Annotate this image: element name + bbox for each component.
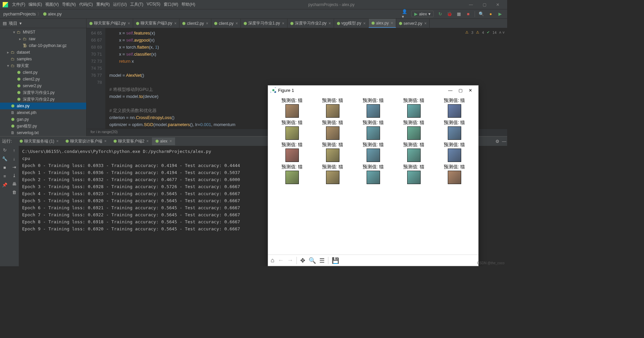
figure-maximize-button[interactable]: ▢ <box>459 88 463 93</box>
editor-tab[interactable]: ⬢聊天室客户端3.py× <box>133 19 180 28</box>
editor-tab[interactable]: ⬢server2.py× <box>396 19 430 28</box>
save-figure-icon[interactable]: 💾 <box>332 257 339 264</box>
tab-close-icon[interactable]: × <box>56 139 59 144</box>
tree-node[interactable]: 🗎alexnet.pth <box>0 109 86 116</box>
dropdown-arrow-icon: ▾ <box>428 11 431 16</box>
tab-close-icon[interactable]: × <box>235 21 238 26</box>
ide-updates-icon[interactable]: ● <box>488 11 494 17</box>
menu-item[interactable]: 运行(U) <box>113 2 127 7</box>
run-tab[interactable]: ⬢alex× <box>152 137 175 145</box>
close-button[interactable]: ✕ <box>491 2 504 7</box>
menu-item[interactable]: 工具(T) <box>130 2 143 7</box>
scroll-end-icon[interactable]: ⤓ <box>12 173 16 178</box>
folder-icon: 🗀 <box>22 37 28 41</box>
figure-close-button[interactable]: ✕ <box>469 88 472 93</box>
figure-minimize-button[interactable]: — <box>448 88 452 93</box>
editor-tab[interactable]: ⬢vgg模型.py× <box>334 19 369 28</box>
editor-tab[interactable]: ⬢深度学习作业1.py× <box>241 19 287 28</box>
tree-node[interactable]: ⬢深度学习作业2.py <box>0 96 86 103</box>
tab-close-icon[interactable]: × <box>363 21 366 26</box>
tree-node[interactable]: ▸🗀dataset <box>0 49 86 56</box>
nav-forward-icon[interactable]: → <box>287 257 293 264</box>
tab-close-icon[interactable]: × <box>169 139 172 144</box>
run-tab[interactable]: ⬢聊天室服务端 (1)× <box>16 137 62 145</box>
run-settings-icon[interactable]: ⚙ <box>494 138 500 144</box>
debug-button[interactable]: 🐞 <box>446 11 452 17</box>
up-stack-icon[interactable]: ↑ <box>13 148 15 153</box>
inspections-widget[interactable]: ⚠3 ⚠4 ✔14 ʌ v <box>465 30 504 35</box>
figure-titlebar[interactable]: Figure 1 — ▢ ✕ <box>268 86 478 95</box>
soft-wrap-icon[interactable]: ⇥ <box>12 165 16 170</box>
breadcrumb-project[interactable]: pycharmProjects <box>3 11 36 16</box>
tab-close-icon[interactable]: × <box>282 21 284 26</box>
minimize-button[interactable]: — <box>464 2 478 7</box>
tab-close-icon[interactable]: × <box>206 21 208 26</box>
menu-item[interactable]: 视图(V) <box>45 2 59 7</box>
subplot-config-icon[interactable]: ☰ <box>319 257 325 264</box>
maximize-button[interactable]: ▢ <box>478 2 491 7</box>
search-everywhere-button[interactable]: 🔍 <box>478 11 484 17</box>
chevron-icon: ʌ v <box>499 30 504 35</box>
nav-home-icon[interactable]: ⌂ <box>271 257 274 264</box>
run-button[interactable]: ↻ <box>437 11 443 17</box>
down-stack-icon[interactable]: ↓ <box>13 156 15 161</box>
run-configuration-selector[interactable]: ▶ alex ▾ <box>411 11 434 17</box>
tree-node[interactable]: ⬢gan模型.py <box>0 123 86 129</box>
editor-tab[interactable]: ⬢client2.py× <box>179 19 211 28</box>
tree-node[interactable]: 🗎serverlog.txt <box>0 129 86 136</box>
editor-tab[interactable]: ⬢聊天室客户端2.py× <box>87 19 133 28</box>
tab-close-icon[interactable]: × <box>128 21 130 26</box>
tab-close-icon[interactable]: × <box>329 21 331 26</box>
tab-close-icon[interactable]: × <box>146 139 149 144</box>
run-tab[interactable]: ⬢聊天室客户端2× <box>110 137 152 145</box>
tree-node[interactable]: ⬢深度学习作业1.py <box>0 89 86 96</box>
figure-window[interactable]: Figure 1 — ▢ ✕ 预测值: 猫预测值: 猫预测值: 猫预测值: 猫预… <box>268 85 479 266</box>
run-hide-icon[interactable]: — <box>501 138 507 144</box>
menu-item[interactable]: 重构(R) <box>96 2 110 7</box>
stop-button[interactable]: ■ <box>465 11 471 17</box>
code-with-me-icon[interactable]: ▶ <box>497 11 503 17</box>
tree-node[interactable]: ⬢gan.py <box>0 116 86 123</box>
project-tree[interactable]: ▾🗀MNIST▸🗀raw🗜cifar-10-python.tar.gz▸🗀dat… <box>0 28 86 136</box>
zoom-icon[interactable]: 🔍 <box>309 257 316 264</box>
tree-node[interactable]: 🗜cifar-10-python.tar.gz <box>0 42 86 49</box>
editor-tab[interactable]: ⬢client.py× <box>211 19 241 28</box>
tab-close-icon[interactable]: × <box>104 139 107 144</box>
menu-item[interactable]: 编辑(E) <box>29 2 42 7</box>
tree-node[interactable]: 🗀samples <box>0 56 86 62</box>
tree-node[interactable]: ▸🗀raw <box>0 36 86 42</box>
menu-item[interactable]: 导航(N) <box>62 2 76 7</box>
tree-node[interactable]: ▾🗀聊天室 <box>0 62 86 69</box>
tree-node[interactable]: ⬢client.py <box>0 69 86 76</box>
breadcrumb-file[interactable]: alex.py <box>48 11 62 16</box>
menubar: 文件(F)编辑(E)视图(V)导航(N)代码(C)重构(R)运行(U)工具(T)… <box>0 0 507 9</box>
trash-icon[interactable]: 🗑 <box>12 190 16 195</box>
pan-icon[interactable]: ✥ <box>300 257 305 264</box>
menu-item[interactable]: 文件(F) <box>12 2 25 7</box>
coverage-button[interactable]: ▦ <box>456 11 462 17</box>
wrench-icon[interactable]: 🔧 <box>2 156 7 161</box>
tree-node[interactable]: ⬢alex.py <box>0 103 86 109</box>
layout-icon[interactable]: ≡ <box>2 173 7 179</box>
tree-node[interactable]: ⬢server2.py <box>0 82 86 89</box>
pin-icon[interactable]: 📌 <box>2 182 7 187</box>
tree-node[interactable]: ▾🗀MNIST <box>0 29 86 36</box>
nav-back-icon[interactable]: ← <box>278 257 284 264</box>
run-tab[interactable]: ⬢聊天室设计客户端× <box>62 137 110 145</box>
menu-item[interactable]: 帮助(H) <box>181 2 195 7</box>
print-icon[interactable]: 🖶 <box>12 181 16 186</box>
tab-close-icon[interactable]: × <box>174 21 176 26</box>
menu-item[interactable]: 代码(C) <box>79 2 93 7</box>
python-file-icon: ⬢ <box>89 21 93 26</box>
tab-close-icon[interactable]: × <box>424 21 427 26</box>
menu-item[interactable]: VCS(S) <box>147 2 160 7</box>
tree-node[interactable]: ⬢client2.py <box>0 76 86 82</box>
user-icon[interactable]: 👤▾ <box>402 11 408 17</box>
stop-process-button[interactable]: ■ <box>2 165 7 170</box>
rerun-button[interactable]: ↻ <box>2 147 7 153</box>
tab-close-icon[interactable]: × <box>391 21 393 25</box>
menu-item[interactable]: 窗口(W) <box>164 2 178 7</box>
editor-tab[interactable]: ⬢深度学习作业2.py× <box>287 19 334 28</box>
editor-tab[interactable]: ⬢alex.py× <box>369 19 396 28</box>
project-dropdown-icon[interactable]: ▾ <box>19 21 22 26</box>
